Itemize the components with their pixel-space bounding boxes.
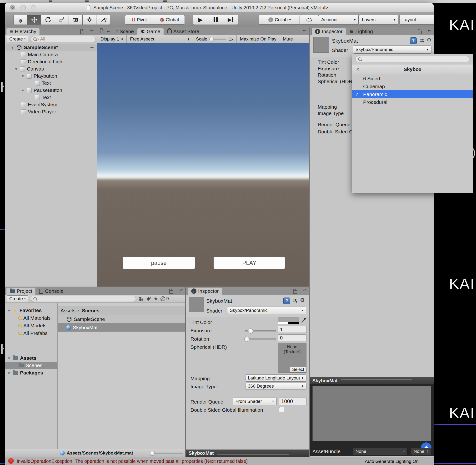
hierarchy-item-directional-light[interactable]: Directional Light	[5, 58, 97, 65]
material-preview-render[interactable]	[312, 386, 431, 441]
scale-slider[interactable]	[210, 39, 227, 40]
shader-dropdown-button[interactable]: Skybox/Panoramic▼	[353, 45, 432, 53]
panel-menu-icon[interactable]: ▾≡	[303, 288, 306, 292]
tab-game[interactable]: Game	[137, 28, 164, 35]
project-fav-all-materials[interactable]: All Materials	[5, 315, 57, 322]
maximize-on-play-toggle[interactable]: Maximize On Play	[237, 35, 280, 43]
layers-dropdown[interactable]: Layers▾	[359, 15, 398, 24]
image-type-dropdown[interactable]: 360 Degrees▲▼	[245, 383, 306, 390]
hierarchy-item-main-camera[interactable]: Main Camera	[5, 51, 97, 58]
transform-tool-button[interactable]	[83, 15, 96, 25]
layout-dropdown[interactable]: Layout▾	[399, 15, 434, 24]
hierarchy-scene-row[interactable]: ▼ SampleScene* ▾≡	[5, 44, 97, 51]
panel-menu-icon[interactable]: ▾≡	[303, 29, 306, 32]
search-by-label-icon[interactable]	[146, 296, 151, 301]
panel-menu-icon[interactable]: ▾≡	[90, 29, 93, 32]
shader-search-input[interactable]	[355, 56, 469, 62]
eyedropper-icon[interactable]	[300, 317, 306, 323]
game-viewport[interactable]: pause PLAY	[97, 43, 309, 286]
preview-drag-handle[interactable]	[217, 452, 289, 454]
project-favorites[interactable]: ▼★Favorites	[5, 307, 57, 314]
exposure-field[interactable]: 1	[278, 326, 306, 333]
play-button[interactable]: ▶	[193, 15, 208, 25]
lock-icon[interactable]	[418, 31, 422, 34]
status-error-text[interactable]: InvalidOperationException: The operation…	[17, 459, 248, 464]
rect-tool-button[interactable]	[69, 15, 83, 25]
lock-icon[interactable]	[100, 30, 104, 33]
global-toggle-button[interactable]: Global	[154, 15, 185, 24]
exposure-slider-knob[interactable]	[248, 328, 253, 334]
display-dropdown[interactable]: Display 1▲▼	[97, 35, 126, 43]
gear-icon[interactable]: ⚙	[427, 37, 432, 43]
hidden-packages-count[interactable]: 9	[160, 296, 169, 301]
create-button[interactable]: Create▾	[7, 296, 28, 302]
hierarchy-item-video-player[interactable]: Video Player	[5, 108, 97, 115]
shader-option-procedural[interactable]: Procedural	[352, 98, 473, 106]
aspect-dropdown[interactable]: Free Aspect▲▼	[127, 35, 193, 43]
panel-menu-icon[interactable]: ▾≡	[106, 30, 110, 33]
tab-asset-store[interactable]: Asset Store	[164, 28, 203, 35]
shader-dropdown-button[interactable]: Skybox/Panoramic▼	[227, 306, 306, 314]
tab-inspector[interactable]: iInspector	[188, 287, 222, 295]
scene-menu-icon[interactable]: ▾≡	[90, 45, 93, 49]
mapping-dropdown[interactable]: Latitude Longitude Layout▲▼	[245, 374, 306, 382]
tint-color-swatch[interactable]	[278, 317, 299, 324]
window-close-button[interactable]	[10, 5, 15, 10]
step-button[interactable]: ▶	[223, 15, 238, 25]
shader-option-6-sided[interactable]: 6 Sided	[352, 74, 473, 82]
hierarchy-search-input[interactable]: ▾ All	[31, 36, 95, 42]
pivot-toggle-button[interactable]: Pivot	[125, 15, 154, 24]
disclosure-triangle-icon[interactable]: ▼	[14, 67, 18, 71]
project-assets-folder[interactable]: ▼Assets	[5, 354, 57, 362]
hierarchy-item-playbutton[interactable]: ▼Playbutton	[5, 73, 97, 80]
lock-icon[interactable]	[293, 290, 297, 294]
lock-icon[interactable]	[80, 31, 84, 34]
hierarchy-item-text[interactable]: Text	[5, 80, 97, 87]
create-button[interactable]: Create▾	[7, 36, 28, 42]
breadcrumb-current[interactable]: Scenes	[82, 308, 100, 314]
presets-icon[interactable]	[419, 38, 425, 43]
back-chevron-icon[interactable]: <	[356, 66, 360, 73]
rotate-tool-button[interactable]	[41, 15, 55, 25]
project-packages-folder[interactable]: ▼Packages	[5, 369, 57, 376]
search-by-type-icon[interactable]	[138, 296, 144, 301]
shader-option-cubemap[interactable]: Cubemap	[352, 82, 473, 90]
render-queue-field[interactable]: 1000	[279, 398, 306, 405]
project-breadcrumb[interactable]: Assets › Scenes	[58, 306, 185, 315]
tab-inspector[interactable]: iInspector	[311, 28, 346, 35]
disclosure-triangle-icon[interactable]: ▼	[21, 74, 25, 78]
window-titlebar[interactable]: SampleScene - 360VideoProject - PC, Mac …	[5, 3, 434, 12]
tab-hierarchy[interactable]: ☰ Hierarchy	[6, 28, 40, 35]
disclosure-triangle-icon[interactable]: ▼	[7, 308, 11, 313]
hierarchy-item-pausebutton[interactable]: ▼PauseButton	[5, 87, 97, 94]
tab-project[interactable]: Project	[6, 287, 36, 295]
collab-dropdown[interactable]: ✓ Collab▾	[259, 15, 300, 24]
spherical-texture-slot[interactable]: None (Texture) Select	[278, 343, 306, 373]
project-file-skyboxmat[interactable]: SkyboxMat	[58, 323, 185, 332]
auto-generate-lighting-status[interactable]: Auto Generate Lighting On	[365, 459, 419, 464]
hierarchy-item-eventsystem[interactable]: EventSystem	[5, 101, 97, 108]
custom-tool-button[interactable]	[96, 15, 110, 25]
presets-icon[interactable]	[292, 298, 298, 304]
project-search-input[interactable]	[31, 296, 136, 302]
scale-tool-button[interactable]	[55, 15, 69, 25]
disclosure-triangle-icon[interactable]: ▼	[10, 45, 14, 50]
tab-scene[interactable]: #Scene	[112, 28, 137, 35]
material-preview-header[interactable]: SkyboxMat	[310, 377, 434, 384]
project-scenes-folder[interactable]: Scenes	[5, 362, 57, 369]
shader-option-panoramic[interactable]: ✓ Panoramic	[352, 90, 473, 98]
inspector-bottom-footer[interactable]: SkyboxMat	[186, 450, 309, 457]
hand-tool-button[interactable]	[13, 15, 27, 25]
hierarchy-item-canvas[interactable]: ▼Canvas	[5, 65, 97, 73]
hierarchy-item-text[interactable]: Text	[5, 94, 97, 101]
texture-select-button[interactable]: Select	[290, 367, 306, 373]
tab-lighting[interactable]: Lighting	[346, 28, 376, 35]
project-fav-all-models[interactable]: All Models	[5, 322, 57, 329]
project-file-samplescene[interactable]: SampleScene	[58, 315, 185, 323]
help-icon[interactable]: ?	[410, 37, 417, 44]
disclosure-triangle-icon[interactable]: ▼	[7, 371, 11, 375]
panel-menu-icon[interactable]: ▾≡	[179, 288, 182, 292]
game-pause-button[interactable]: pause	[123, 257, 195, 269]
pause-button[interactable]	[208, 15, 223, 25]
game-play-button[interactable]: PLAY	[214, 257, 285, 269]
